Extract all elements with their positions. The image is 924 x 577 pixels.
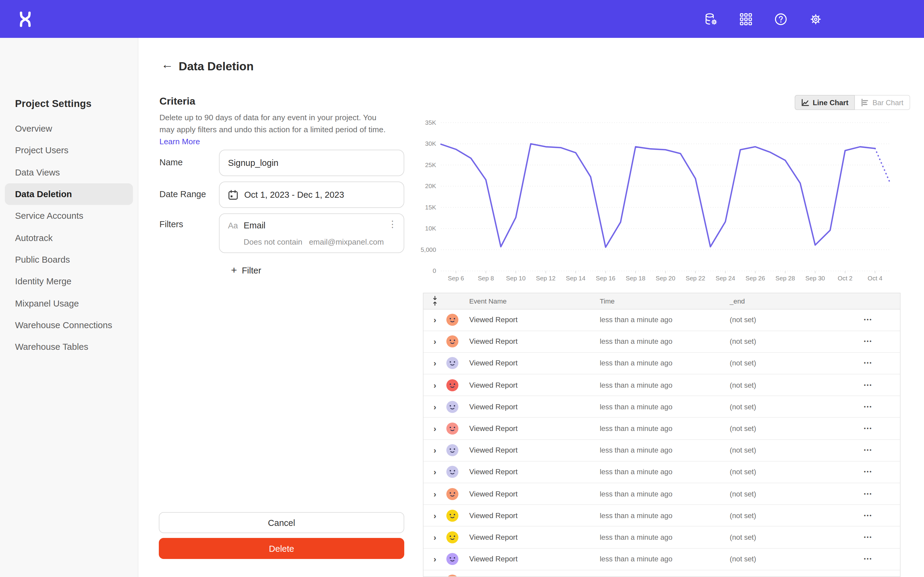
table-row[interactable]: ›Viewed Reportless than a minute ago(not…: [423, 331, 900, 353]
table-row[interactable]: ›Viewed Reportless than a minute ago(not…: [423, 462, 900, 483]
table-row[interactable]: ›Viewed Reportless than a minute ago(not…: [423, 483, 900, 505]
table-row[interactable]: ›Viewed Reportless than a minute ago(not…: [423, 418, 900, 440]
user-avatar: [446, 336, 459, 348]
row-expand-icon[interactable]: ›: [433, 403, 436, 411]
event-name-cell: Viewed Report: [469, 490, 600, 498]
name-label: Name: [160, 158, 183, 167]
column-header-time[interactable]: Time: [600, 298, 730, 305]
events-table: Event Name Time _end ›Viewed Reportless …: [423, 293, 901, 577]
sidebar-item-project-users[interactable]: Project Users: [0, 140, 138, 162]
row-expand-icon[interactable]: ›: [433, 424, 436, 433]
row-expand-icon[interactable]: ›: [433, 490, 436, 498]
bar-chart-toggle[interactable]: Bar Chart: [855, 95, 910, 110]
event-name-cell: Viewed Report: [469, 468, 600, 476]
time-cell: less than a minute ago: [600, 490, 730, 498]
line-chart-toggle[interactable]: Line Chart: [795, 95, 855, 110]
back-arrow-icon[interactable]: ←: [161, 58, 173, 70]
sidebar-item-overview[interactable]: Overview: [0, 118, 138, 140]
row-menu-icon[interactable]: •••: [864, 382, 872, 388]
row-menu-icon[interactable]: •••: [864, 469, 872, 475]
table-row[interactable]: ›Viewed Reportless than a minute ago(not…: [423, 353, 900, 374]
table-row[interactable]: ›Viewed Reportless than a minute ago(not…: [423, 548, 900, 570]
column-header-end[interactable]: _end: [730, 298, 859, 305]
sidebar-item-data-deletion[interactable]: Data Deletion: [5, 183, 133, 205]
row-expand-icon[interactable]: ›: [433, 533, 436, 542]
add-filter-button[interactable]: + Filter: [231, 265, 261, 275]
row-expand-icon[interactable]: ›: [433, 381, 436, 389]
x-axis-tick-label: Sep 8: [478, 275, 494, 282]
row-menu-icon[interactable]: •••: [864, 447, 872, 453]
sidebar-item-public-boards[interactable]: Public Boards: [0, 249, 138, 271]
row-menu-icon[interactable]: •••: [864, 491, 872, 497]
row-menu-icon[interactable]: •••: [864, 556, 872, 562]
user-avatar: [446, 531, 459, 543]
user-avatar: [446, 466, 459, 478]
column-header-event-name[interactable]: Event Name: [469, 298, 600, 305]
row-menu-icon[interactable]: •••: [864, 513, 872, 519]
row-expand-icon[interactable]: ›: [433, 337, 436, 346]
row-menu-icon[interactable]: •••: [864, 360, 872, 366]
name-input[interactable]: Signup_login: [219, 150, 404, 176]
end-cell: (not set): [730, 403, 859, 411]
filter-value[interactable]: email@mixpanel.com: [309, 237, 384, 247]
user-avatar: [446, 510, 459, 522]
event-name-cell: Viewed Report: [469, 403, 600, 411]
time-cell: less than a minute ago: [600, 403, 730, 411]
filter-card[interactable]: Aa Email ⋮ Does not containemail@mixpane…: [219, 213, 404, 253]
row-menu-icon[interactable]: •••: [864, 534, 872, 540]
row-menu-icon[interactable]: •••: [864, 404, 872, 410]
row-expand-icon[interactable]: ›: [433, 316, 436, 324]
data-governance-icon[interactable]: [704, 12, 718, 26]
apps-grid-icon[interactable]: [739, 12, 753, 26]
sidebar-item-mixpanel-usage[interactable]: Mixpanel Usage: [0, 292, 138, 314]
table-row[interactable]: ›Viewed Reportless than a minute ago(not…: [423, 505, 900, 527]
sidebar-item-data-views[interactable]: Data Views: [0, 161, 138, 183]
row-expand-icon[interactable]: ›: [433, 468, 436, 476]
row-menu-icon[interactable]: •••: [864, 317, 872, 323]
sidebar-item-warehouse-connections[interactable]: Warehouse Connections: [0, 314, 138, 336]
sidebar-item-warehouse-tables[interactable]: Warehouse Tables: [0, 336, 138, 358]
event-name-cell: Viewed Report: [469, 511, 600, 520]
delete-button[interactable]: Delete: [159, 538, 404, 559]
cancel-button[interactable]: Cancel: [159, 512, 404, 533]
table-row[interactable]: ›Viewed Reportless than a minute ago(not…: [423, 309, 900, 331]
x-axis-tick-label: Sep 12: [536, 275, 556, 282]
x-axis-tick-label: Sep 26: [745, 275, 765, 282]
sidebar-nav: OverviewProject UsersData ViewsData Dele…: [0, 118, 138, 358]
event-name-cell: Viewed Report: [469, 446, 600, 455]
sidebar-title: Project Settings: [15, 98, 91, 110]
table-row[interactable]: ›Viewed Reportless than a minute ago(not…: [423, 374, 900, 396]
event-name-cell: Viewed Report: [469, 337, 600, 346]
row-menu-icon[interactable]: •••: [864, 339, 872, 345]
date-range-input[interactable]: Oct 1, 2023 - Dec 1, 2023: [219, 182, 404, 208]
sidebar-item-identity-merge[interactable]: Identity Merge: [0, 271, 138, 292]
sidebar-item-autotrack[interactable]: Autotrack: [0, 227, 138, 249]
line-series[interactable]: [441, 143, 875, 247]
data-deletion-page: Project Settings OverviewProject UsersDa…: [0, 0, 924, 577]
event-name-cell: Viewed Report: [469, 533, 600, 542]
event-name-cell: Viewed Report: [469, 359, 600, 367]
row-expand-icon[interactable]: ›: [433, 511, 436, 520]
sidebar-item-service-accounts[interactable]: Service Accounts: [0, 205, 138, 227]
row-menu-icon[interactable]: •••: [864, 425, 872, 432]
row-expand-icon[interactable]: ›: [433, 555, 436, 563]
table-row[interactable]: ›Viewed Reportless than a minute ago(not…: [423, 440, 900, 461]
row-expand-icon[interactable]: ›: [433, 446, 436, 455]
filter-operator[interactable]: Does not contain: [244, 237, 302, 247]
help-icon[interactable]: [774, 12, 788, 26]
x-axis-tick-label: Sep 10: [506, 275, 525, 282]
table-row[interactable]: ›Viewed Reportless than a minute ago(not…: [423, 396, 900, 418]
mixpanel-logo-icon[interactable]: [18, 11, 32, 27]
table-row[interactable]: ›Viewed Reportless than a minute ago(not…: [423, 571, 900, 577]
y-axis-tick-label: 25K: [425, 161, 436, 168]
settings-gear-icon[interactable]: [809, 12, 823, 26]
y-axis-tick-label: 0: [433, 267, 436, 274]
table-row[interactable]: ›Viewed Reportless than a minute ago(not…: [423, 527, 900, 548]
sort-rows-icon[interactable]: [431, 296, 439, 306]
row-expand-icon[interactable]: ›: [433, 359, 436, 367]
learn-more-link[interactable]: Learn More: [160, 137, 200, 147]
time-cell: less than a minute ago: [600, 533, 730, 542]
header-actions: [704, 12, 823, 26]
filter-menu-icon[interactable]: ⋮: [388, 219, 397, 230]
add-filter-label: Filter: [242, 265, 261, 275]
